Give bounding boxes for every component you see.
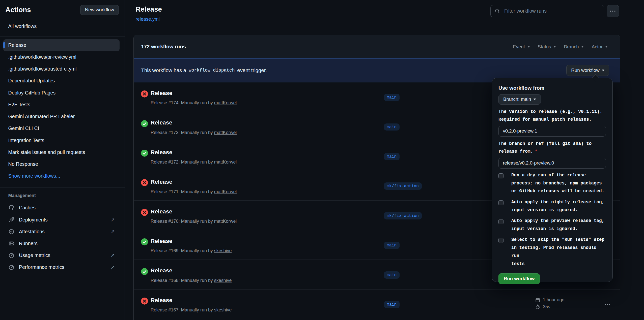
run-workflow-submit-button[interactable]: Run workflow	[498, 273, 540, 284]
management-label: Usage metrics	[19, 252, 50, 258]
run-title-link[interactable]: Release	[151, 149, 172, 156]
divider	[0, 37, 125, 37]
actor-link[interactable]: mattKorwel	[214, 219, 237, 224]
branch-select-button[interactable]: Branch: main	[498, 94, 541, 105]
sidebar-management-item[interactable]: Deployments ↗	[0, 214, 125, 226]
actor-link[interactable]: mattKorwel	[214, 189, 237, 194]
ref-input[interactable]	[498, 158, 606, 168]
kebab-menu-icon[interactable]	[604, 301, 610, 307]
workflow-label: Gemini CLI CI	[8, 125, 39, 131]
branch-badge[interactable]: main	[384, 301, 400, 308]
workflow-label: Deploy GitHub Pages	[8, 90, 56, 96]
caret-down-icon	[602, 70, 604, 71]
run-title-link[interactable]: Release	[151, 267, 172, 274]
workflow-label: Mark stale issues and pull requests	[8, 149, 85, 155]
caret-down-icon	[605, 46, 608, 48]
actor-link[interactable]: mattKorwel	[214, 130, 237, 135]
popup-checkbox-option[interactable]: Auto apply the preview release tag,input…	[498, 217, 606, 233]
sidebar-management-item[interactable]: Attestations ↗	[0, 226, 125, 238]
workflow-label: E2E Tests	[8, 102, 31, 108]
version-input-label: The version to release (e.g., v0.1.11).R…	[498, 108, 606, 124]
failure-icon	[141, 209, 148, 216]
sidebar-workflow-item[interactable]: No Response	[3, 158, 120, 170]
branch-badge[interactable]: main	[384, 242, 400, 249]
checkbox[interactable]	[498, 219, 503, 224]
failure-icon	[141, 179, 148, 186]
filter-dropdown-event[interactable]: Event	[513, 44, 530, 50]
branch-badge[interactable]: main	[384, 94, 400, 101]
run-title-link[interactable]: Release	[151, 238, 172, 244]
workflow-label: .github/workflows/trusted-ci.yml	[8, 66, 77, 72]
actions-page: Actions New workflow All workflows Relea…	[0, 0, 644, 320]
filter-dropdown-actor[interactable]: Actor	[592, 44, 607, 50]
version-input[interactable]	[498, 126, 606, 136]
checkbox[interactable]	[498, 173, 503, 178]
required-asterisk: *	[535, 149, 538, 154]
branch-badge[interactable]: main	[384, 153, 400, 160]
actor-link[interactable]: skeshive	[214, 307, 232, 312]
sidebar-workflow-item[interactable]: .github/workflows/trusted-ci.yml	[3, 63, 120, 75]
success-icon	[141, 120, 148, 127]
run-title-link[interactable]: Release	[151, 178, 172, 185]
sidebar-item-all-workflows[interactable]: All workflows	[3, 21, 120, 31]
workflow-file-link[interactable]: release.yml	[135, 16, 162, 22]
run-filters: EventStatusBranchActor	[513, 44, 608, 50]
sidebar-workflow-item[interactable]: .github/workflows/pr-review.yml	[3, 51, 120, 63]
management-heading: Management	[8, 193, 125, 198]
filter-dropdown-branch[interactable]: Branch	[564, 44, 584, 50]
sidebar-workflow-item[interactable]: Dependabot Updates	[3, 75, 120, 87]
actor-link[interactable]: skeshive	[214, 248, 232, 253]
run-title-link[interactable]: Release	[151, 90, 172, 97]
external-link-icon: ↗	[111, 217, 115, 223]
sidebar-management-item[interactable]: Performance metrics ↗	[0, 261, 125, 273]
sidebar-workflow-item[interactable]: Gemini Automated PR Labeler	[3, 111, 120, 122]
calendar-icon	[535, 297, 540, 303]
checkbox[interactable]	[498, 238, 503, 243]
workflow-run-row[interactable]: Release Release #167: Manually run by sk…	[134, 289, 620, 319]
sidebar-workflow-item[interactable]: Integration Tests	[3, 134, 120, 146]
workflow-label: Release	[8, 42, 26, 48]
run-title-link[interactable]: Release	[151, 297, 172, 304]
popup-checkbox-option[interactable]: Select to skip the "Run Tests" stepin te…	[498, 236, 606, 268]
sidebar-workflow-item[interactable]: Deploy GitHub Pages	[3, 87, 120, 99]
branch-badge[interactable]: mk/fix-action	[384, 212, 422, 219]
workflow-label: Gemini Automated PR Labeler	[8, 114, 75, 119]
popup-checkbox-option[interactable]: Auto apply the nightly release tag,input…	[498, 198, 606, 214]
sidebar-management-item[interactable]: Caches	[0, 202, 125, 214]
sidebar-management-item[interactable]: Usage metrics ↗	[0, 249, 125, 261]
search-icon	[495, 8, 500, 14]
sidebar-workflow-item-selected[interactable]: Release	[3, 39, 120, 51]
popup-options: Run a dry-run of the releaseprocess; no …	[498, 171, 606, 268]
actor-link[interactable]: skeshive	[214, 278, 232, 283]
workflow-label: .github/workflows/pr-review.yml	[8, 54, 76, 60]
run-meta: 1 hour ago 35s	[535, 297, 565, 310]
sidebar-management-item[interactable]: Runners	[0, 238, 125, 249]
run-title-link[interactable]: Release	[151, 208, 172, 215]
run-workflow-dropdown-button[interactable]: Run workflow	[566, 65, 609, 76]
branch-badge[interactable]: mk/fix-action	[384, 182, 422, 190]
header-kebab-menu-button[interactable]	[607, 5, 619, 17]
external-link-icon: ↗	[111, 252, 115, 258]
show-more-workflows-link[interactable]: Show more workflows...	[3, 170, 120, 182]
run-title-link[interactable]: Release	[151, 119, 172, 126]
verified-icon	[8, 228, 15, 235]
sidebar: Actions New workflow All workflows Relea…	[0, 0, 125, 320]
sidebar-workflow-item[interactable]: E2E Tests	[3, 99, 120, 111]
checkbox[interactable]	[498, 200, 503, 205]
external-link-icon: ↗	[111, 229, 115, 235]
branch-badge[interactable]: main	[384, 271, 400, 279]
actor-link[interactable]: mattKorwel	[214, 100, 237, 105]
branch-badge[interactable]: main	[384, 123, 400, 131]
sidebar-workflow-item[interactable]: Gemini CLI CI	[3, 122, 120, 134]
actor-link[interactable]: mattKorwel	[214, 159, 237, 165]
success-icon	[141, 150, 148, 157]
banner-text-after: event trigger.	[237, 68, 267, 73]
filter-dropdown-status[interactable]: Status	[538, 44, 556, 50]
new-workflow-button[interactable]: New workflow	[80, 5, 119, 15]
runs-list-header: 172 workflow runs EventStatusBranchActor	[134, 35, 620, 58]
search-input[interactable]	[503, 8, 600, 14]
popup-checkbox-option[interactable]: Run a dry-run of the releaseprocess; no …	[498, 171, 606, 195]
divider	[0, 187, 125, 187]
sidebar-workflow-item[interactable]: Mark stale issues and pull requests	[3, 146, 120, 158]
caret-down-icon	[527, 46, 530, 48]
